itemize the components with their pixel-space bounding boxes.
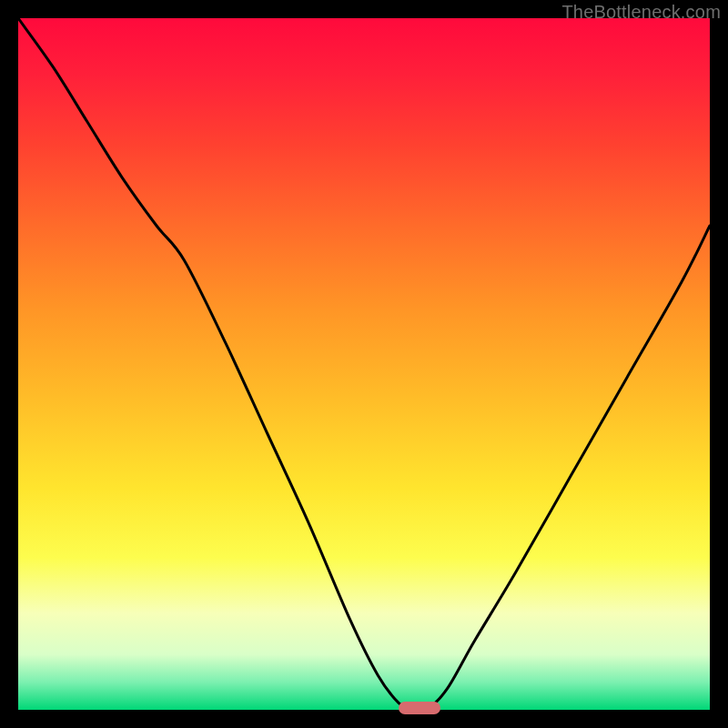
curve-svg: [18, 18, 710, 710]
plot-area: [18, 18, 710, 710]
optimal-marker: [399, 702, 440, 714]
chart-frame: TheBottleneck.com: [0, 0, 728, 728]
bottleneck-curve-path: [18, 18, 710, 710]
